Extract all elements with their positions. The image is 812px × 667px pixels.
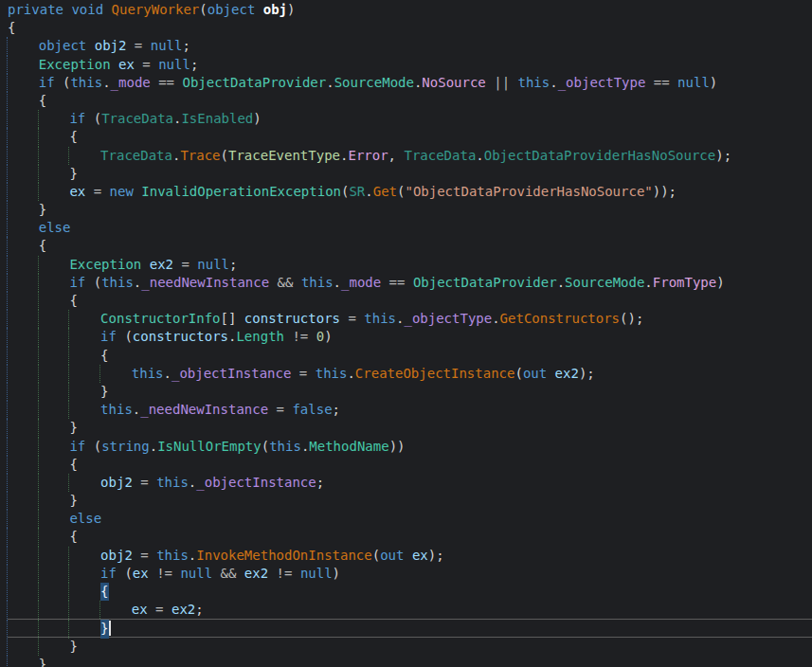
code-token: } [69, 492, 77, 510]
code-token: . [365, 183, 372, 201]
code-token: . [150, 438, 157, 456]
code-line[interactable]: } [8, 201, 812, 219]
code-line[interactable]: ex = new InvalidOperationException(SR.Ge… [8, 183, 812, 201]
code-token: . [550, 74, 557, 92]
code-line[interactable]: } [8, 492, 812, 510]
indent-guide [68, 547, 100, 565]
indent-guide [38, 583, 70, 601]
code-token: ; [333, 401, 340, 419]
code-token: . [414, 74, 422, 92]
code-line[interactable]: } [8, 383, 812, 401]
code-token: ; [182, 37, 189, 55]
indent-guide [7, 237, 39, 255]
indent-guide [38, 638, 70, 656]
code-line[interactable]: } [8, 656, 812, 667]
code-line[interactable]: } [8, 419, 812, 437]
indent-guide [38, 474, 70, 492]
code-token: this [269, 438, 301, 456]
code-token: object [208, 1, 263, 19]
indent-guide [7, 110, 39, 128]
code-token: == [151, 74, 183, 92]
code-token: ( [94, 438, 101, 456]
indent-guide [68, 310, 100, 328]
code-token: "ObjectDataProviderHasNoSource" [405, 183, 652, 201]
code-token: ) [716, 274, 724, 292]
code-token: _objectInstance [171, 365, 291, 383]
indent-guide [7, 147, 39, 165]
code-token: ex2 [171, 601, 195, 619]
code-line[interactable]: else [8, 510, 812, 528]
code-editor[interactable]: private void QueryWorker(object obj){obj… [0, 0, 812, 667]
code-line[interactable]: Exception ex = null; [8, 56, 812, 74]
indent-guide [38, 401, 70, 419]
code-token: QueryWorker [112, 1, 200, 19]
code-token: . [347, 365, 354, 383]
code-token: SourceMode [334, 74, 414, 92]
code-line[interactable]: { [8, 456, 812, 474]
code-line[interactable]: if (constructors.Length != 0) [8, 328, 812, 346]
code-line[interactable]: TraceData.Trace(TraceEventType.Error, Tr… [8, 147, 812, 165]
code-token: )) [389, 438, 406, 456]
code-token: ) [287, 1, 295, 19]
code-line[interactable]: if (string.IsNullOrEmpty(this.MethodName… [8, 438, 812, 456]
code-token: { [69, 128, 77, 146]
code-token: Exception [69, 256, 149, 274]
code-token: obj2 [100, 547, 133, 565]
code-line[interactable]: obj2 = this._objectInstance; [8, 474, 812, 492]
code-line[interactable]: { [8, 237, 812, 255]
code-token: this [301, 274, 334, 292]
code-token: TraceEventType [228, 147, 340, 165]
code-line[interactable]: Exception ex2 = null; [8, 256, 812, 274]
indent-guide [38, 183, 70, 201]
code-token: new [110, 183, 142, 201]
indent-guide [7, 656, 39, 667]
indent-guide [38, 510, 70, 528]
code-token: MethodName [309, 438, 388, 456]
code-token: . [326, 74, 334, 92]
code-line-current[interactable]: } [8, 619, 812, 637]
code-line[interactable]: { [8, 347, 812, 365]
code-line[interactable]: if (this._mode == ObjectDataProvider.Sou… [8, 74, 812, 92]
code-token: Length [236, 328, 284, 346]
indent-guide [38, 383, 70, 401]
code-line[interactable]: ex = ex2; [8, 601, 812, 619]
code-line[interactable]: obj2 = this.InvokeMethodOnInstance(out e… [8, 547, 812, 565]
code-line[interactable]: if (ex != null && ex2 != null) [8, 565, 812, 583]
code-token: GetConstructors [500, 310, 620, 328]
code-line[interactable]: if (TraceData.IsEnabled) [8, 110, 812, 128]
code-token: = [126, 37, 150, 55]
text-cursor [109, 621, 111, 636]
code-line[interactable]: } [8, 165, 812, 183]
code-line[interactable]: if (this._needNewInstance && this._mode … [8, 274, 812, 292]
code-token: ; [229, 256, 237, 274]
code-line[interactable]: private void QueryWorker(object obj) [8, 1, 812, 19]
code-line[interactable]: object obj2 = null; [8, 37, 812, 55]
code-line[interactable]: { [8, 292, 812, 310]
code-line[interactable]: { [8, 19, 812, 37]
code-token: } [69, 419, 77, 437]
indent-guide [7, 347, 39, 365]
code-token: = [135, 56, 158, 74]
code-token: this [100, 401, 133, 419]
indent-guide [7, 183, 39, 201]
code-line[interactable]: { [8, 583, 812, 601]
code-token: CreateObjectInstance [355, 365, 515, 383]
indent-guide [7, 401, 39, 419]
code-line[interactable]: ConstructorInfo[] constructors = this._o… [8, 310, 812, 328]
code-line[interactable]: { [8, 528, 812, 546]
indent-guide [7, 328, 39, 346]
code-token: ( [514, 365, 522, 383]
code-line[interactable]: this._needNewInstance = false; [8, 401, 812, 419]
code-token: = [340, 310, 364, 328]
code-token: TraceData [101, 110, 173, 128]
code-line[interactable]: else [8, 219, 812, 237]
indent-guide [7, 365, 39, 383]
code-line[interactable]: { [8, 92, 812, 110]
code-line[interactable]: { [8, 128, 812, 146]
indent-guide [38, 492, 70, 510]
indent-guide [38, 565, 70, 583]
code-token: InvokeMethodOnInstance [196, 547, 371, 565]
code-line[interactable]: this._objectInstance = this.CreateObject… [8, 365, 812, 383]
code-line[interactable]: } [8, 638, 812, 656]
code-token: . [476, 147, 483, 165]
